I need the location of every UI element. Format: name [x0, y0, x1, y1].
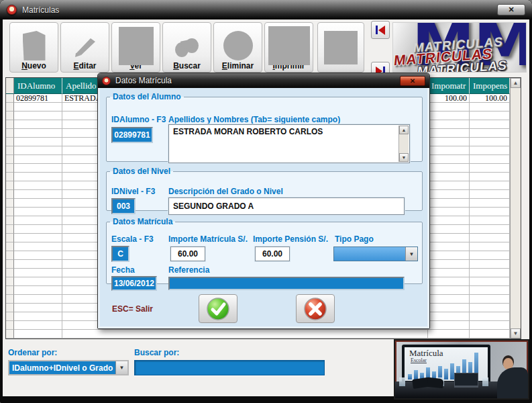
glass: [482, 377, 488, 386]
grid-cell: [6, 304, 14, 312]
grid-cell: [470, 199, 510, 208]
telephone: [427, 377, 443, 388]
glass: [399, 377, 405, 386]
photo-bar: [444, 369, 448, 379]
grid-cell: [470, 304, 510, 312]
grid-cell: [14, 295, 62, 304]
buscar-por-input[interactable]: [134, 360, 325, 375]
grid-cell: [14, 146, 62, 155]
fecha-field[interactable]: 13/06/2012: [111, 276, 157, 291]
dialog-titlebar[interactable]: Datos Matrícula ✕: [98, 73, 429, 88]
idnivel-field[interactable]: 003: [111, 198, 136, 214]
toolbar-button-editar[interactable]: Editar: [60, 22, 109, 73]
table-row[interactable]: [6, 330, 521, 339]
grid-corner-cell: [6, 78, 14, 94]
grid-cell: [6, 181, 14, 190]
importe-pension-field[interactable]: 60.00: [255, 247, 290, 261]
toolbar-button-eliminar[interactable]: Eliminar: [213, 22, 262, 73]
grid-cell: [14, 312, 62, 321]
escala-label: Escala - F3: [111, 234, 154, 244]
grid-cell: [428, 181, 470, 190]
group-legend: Datos Matrícula: [110, 217, 175, 226]
scroll-down-icon[interactable]: ▼: [399, 153, 409, 162]
descripcion-field[interactable]: SEGUNDO GRADO A: [168, 197, 405, 215]
person: [497, 367, 528, 400]
buscar-por-label: Buscar por:: [134, 348, 179, 357]
grid-cell: [470, 234, 510, 242]
grid-cell: [6, 208, 14, 216]
grid-cell: [6, 111, 14, 120]
ordenar-por-select[interactable]: IDalumno+IDnivel o Grado ▼: [8, 360, 129, 375]
grid-vertical-scrollbar[interactable]: ▲ ▼: [510, 78, 521, 339]
idnivel-label: IDNivel - F3: [111, 187, 155, 196]
dialog-icon: [102, 77, 111, 85]
grid-cell: [470, 208, 510, 216]
grid-cell: [6, 146, 14, 155]
toolbar-button-ver[interactable]: Ver: [111, 22, 160, 73]
referencia-field[interactable]: [168, 277, 405, 290]
grid-cell: [470, 225, 510, 234]
textarea-scrollbar[interactable]: ▲ ▼: [398, 126, 409, 162]
toolbar-button-nuevo[interactable]: Nuevo: [9, 22, 58, 73]
nombres-value: ESTRADA MORAN ROBERTO CARLOS: [173, 127, 323, 136]
first-record-button[interactable]: [371, 21, 390, 39]
idalumno-field[interactable]: 02899781: [111, 127, 153, 143]
photo-bar: [414, 370, 418, 379]
chevron-down-icon[interactable]: ▼: [405, 247, 417, 261]
escala-field[interactable]: C: [111, 246, 129, 262]
window-close-button[interactable]: ✕: [497, 4, 525, 15]
toolbar-button-buscar[interactable]: Buscar: [162, 22, 211, 73]
grid-cell: [6, 155, 14, 164]
grid-cell: [428, 120, 470, 129]
print-icon-placeholder: [268, 26, 310, 65]
group-legend: Datos del Alumno: [110, 92, 184, 101]
grid-cell: [6, 190, 14, 199]
dialog-close-button[interactable]: ✕: [400, 76, 425, 86]
grid-cell: [14, 260, 62, 269]
grid-cell: [14, 269, 62, 277]
window-title: Matrículas: [22, 5, 59, 15]
toolbar-button-extra[interactable]: [317, 22, 364, 73]
grid-cell: [14, 155, 62, 164]
nombres-label: Apellidos y Nombres (Tab= siguiente camp…: [168, 115, 340, 124]
dialog-body: Datos del Alumno IDAlumno - F3 Apellidos…: [98, 88, 429, 328]
scroll-down-icon[interactable]: ▼: [511, 328, 521, 339]
grid-cell: [14, 138, 62, 146]
grid-cell: [6, 242, 14, 251]
grid-cell: [470, 181, 510, 190]
grid-cell: [6, 129, 14, 138]
grid-cell: 02899781: [14, 94, 62, 103]
grid-cell: [428, 225, 470, 234]
toolbar-button-imprimir[interactable]: Imprimir: [264, 22, 313, 73]
cancel-button[interactable]: [296, 294, 335, 323]
importe-matricula-label: Importe Matrícula S/.: [168, 234, 248, 244]
grid-cell: [14, 129, 62, 138]
grid-cell: [14, 120, 62, 129]
grid-cell: [470, 312, 510, 321]
grid-cell: [428, 234, 470, 242]
grid-cell: [428, 242, 470, 251]
grid-cell: [470, 251, 510, 260]
importe-matricula-field[interactable]: 60.00: [170, 247, 205, 261]
toolbar-button-label: Buscar: [173, 61, 201, 71]
grid-cell: [428, 269, 470, 277]
first-record-icon: [376, 26, 385, 35]
grid-cell: [14, 173, 62, 181]
grid-cell: [428, 199, 470, 208]
grid-cell: [428, 155, 470, 164]
scroll-up-icon[interactable]: ▲: [511, 78, 521, 88]
grid-cell: [428, 295, 470, 304]
nombres-textarea[interactable]: ESTRADA MORAN ROBERTO CARLOS ▲ ▼: [168, 124, 410, 163]
grid-cell: [428, 138, 470, 146]
chevron-down-icon[interactable]: ▼: [115, 361, 127, 374]
referencia-label: Referencia: [168, 265, 209, 275]
matriculas-logo: M M MATRICULAS MATRICULAS MATRICULAS: [392, 22, 527, 73]
grid-cell: [428, 312, 470, 321]
grid-cell: [428, 146, 470, 155]
accept-button[interactable]: [199, 294, 237, 323]
tipo-pago-select[interactable]: ▼: [333, 247, 418, 261]
scroll-up-icon[interactable]: ▲: [399, 126, 409, 134]
close-icon: ✕: [508, 5, 514, 14]
binoculars-icon: [172, 34, 203, 62]
window-titlebar[interactable]: Matrículas ✕: [0, 0, 532, 19]
